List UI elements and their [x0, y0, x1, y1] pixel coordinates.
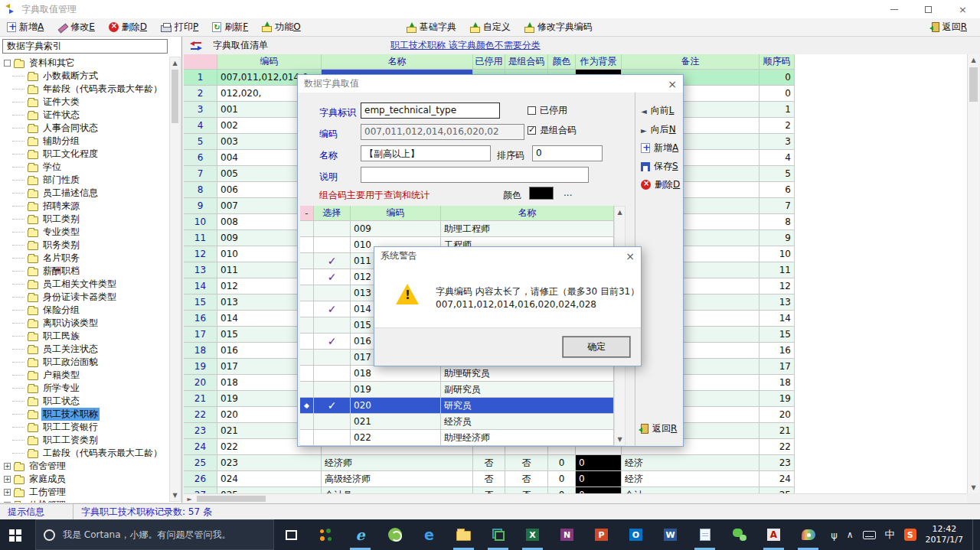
- row-number-cell[interactable]: 3: [184, 102, 217, 118]
- cell-seq[interactable]: 14: [760, 311, 795, 327]
- return-button[interactable]: 返回R: [641, 422, 677, 435]
- select-check-cell[interactable]: [314, 414, 351, 430]
- select-check-cell[interactable]: ✓: [314, 398, 351, 414]
- code-input[interactable]: 007,011,012,014,016,020,02: [361, 124, 524, 140]
- tree-item[interactable]: 保险分组: [2, 304, 168, 317]
- cell-bg[interactable]: 0: [576, 487, 622, 493]
- cell-seq[interactable]: 4: [760, 150, 795, 166]
- row-number-cell[interactable]: 1: [184, 70, 217, 86]
- color-swatch[interactable]: [529, 187, 554, 200]
- cell-code[interactable]: 025: [217, 487, 322, 493]
- cell-seq[interactable]: 21: [760, 423, 795, 439]
- cell-seq[interactable]: 17: [760, 359, 795, 375]
- cell-seq[interactable]: 20: [760, 407, 795, 423]
- tree-item[interactable]: 员工相关文件类型: [2, 278, 168, 291]
- word-icon[interactable]: W: [653, 519, 688, 550]
- tree-item[interactable]: 离职访谈类型: [2, 317, 168, 330]
- cortana-search-box[interactable]: 我是 Cortana，小娜。有问题尽管问我。: [35, 519, 274, 550]
- sort-input[interactable]: 0: [532, 145, 603, 161]
- touch-keyboard-icon[interactable]: [863, 531, 876, 539]
- cell-seq[interactable]: 15: [760, 327, 795, 343]
- cell-seq[interactable]: 13: [760, 295, 795, 311]
- code-cell[interactable]: 019: [351, 382, 441, 398]
- current-row-marker[interactable]: [300, 269, 314, 285]
- name-cell[interactable]: 研究员: [441, 398, 614, 414]
- code-cell[interactable]: 009: [351, 221, 441, 237]
- tree-item[interactable]: 名片职务: [2, 252, 168, 265]
- select-check-cell[interactable]: [314, 285, 351, 301]
- scroll-down-icon[interactable]: ▼: [615, 434, 625, 445]
- tree-item[interactable]: 职工工资类别: [2, 434, 168, 447]
- cell-code[interactable]: 023: [217, 455, 322, 471]
- save-button[interactable]: 保存S: [641, 160, 678, 173]
- current-row-marker[interactable]: [300, 285, 314, 301]
- tray-chevron-icon[interactable]: ∧: [847, 529, 854, 540]
- scroll-thumb[interactable]: [172, 70, 178, 123]
- cell-seq[interactable]: 23: [760, 455, 795, 471]
- current-row-marker[interactable]: [300, 237, 314, 253]
- row-number-cell[interactable]: 7: [184, 166, 217, 182]
- edge-icon[interactable]: e: [412, 519, 446, 550]
- select-check-cell[interactable]: [314, 366, 351, 382]
- file-explorer-icon[interactable]: [446, 519, 481, 550]
- name-cell[interactable]: 助理研究员: [441, 366, 614, 382]
- stock-app-icon[interactable]: [309, 519, 343, 550]
- cell-seq[interactable]: 0: [760, 86, 795, 102]
- cell-color[interactable]: 0: [548, 471, 576, 487]
- stopped-checkbox[interactable]: 已停用: [528, 104, 567, 117]
- desc-input[interactable]: [361, 167, 589, 183]
- cell-seq[interactable]: 10: [760, 246, 795, 262]
- cell-color[interactable]: 0: [548, 487, 576, 493]
- row-number-cell[interactable]: 23: [184, 423, 217, 439]
- cell-combo[interactable]: 否: [505, 455, 548, 471]
- tree-item[interactable]: 人事合同状态: [2, 122, 168, 135]
- current-row-marker[interactable]: [300, 414, 314, 430]
- cell-seq[interactable]: 6: [760, 182, 795, 198]
- cell-seq[interactable]: 5: [760, 166, 795, 182]
- powerpoint-icon[interactable]: P: [584, 519, 619, 550]
- name-cell[interactable]: 助理工程师: [441, 221, 614, 237]
- cell-code[interactable]: 024: [217, 471, 322, 487]
- edit-dict-code-button[interactable]: 修改字典编码: [518, 18, 599, 37]
- current-row-marker[interactable]: [300, 350, 314, 366]
- current-row-marker[interactable]: [300, 221, 314, 237]
- tree-item[interactable]: 职工政治面貌: [2, 356, 168, 369]
- paint-icon[interactable]: [791, 519, 825, 550]
- tree-item[interactable]: 身份证读卡器类型: [2, 291, 168, 304]
- cell-stopped[interactable]: 否: [473, 471, 505, 487]
- current-row-marker[interactable]: [300, 366, 314, 382]
- code-cell[interactable]: 020: [351, 398, 441, 414]
- cell-seq[interactable]: 25: [760, 487, 795, 493]
- row-number-cell[interactable]: 5: [184, 134, 217, 150]
- cell-combo[interactable]: 否: [505, 487, 548, 493]
- dict-id-input[interactable]: emp_technical_type: [361, 103, 500, 119]
- code-cell[interactable]: 022: [351, 430, 441, 446]
- scroll-up-icon[interactable]: ▲: [170, 57, 180, 69]
- tree-item[interactable]: 专业类型: [2, 226, 168, 239]
- tree-item[interactable]: 职工类别: [2, 213, 168, 226]
- select-check-cell[interactable]: [314, 350, 351, 366]
- tree-item[interactable]: 辅助分组: [2, 135, 168, 148]
- tree-item-collapsed[interactable]: +体检管理: [2, 499, 168, 503]
- delete-button[interactable]: 删除D: [102, 18, 154, 37]
- row-number-cell[interactable]: 6: [184, 150, 217, 166]
- tree-item[interactable]: 工龄段（代码表示最大工龄）: [2, 447, 168, 460]
- tree-item[interactable]: 证件大类: [2, 96, 168, 109]
- cell-seq[interactable]: 24: [760, 471, 795, 487]
- tree-item[interactable]: 职工文化程度: [2, 148, 168, 161]
- row-number-cell[interactable]: 21: [184, 391, 217, 407]
- task-view-icon[interactable]: [274, 519, 309, 550]
- expand-box[interactable]: +: [4, 502, 11, 503]
- cell-note[interactable]: 经济: [622, 471, 760, 487]
- notepad-icon[interactable]: [688, 519, 722, 550]
- prev-button[interactable]: 向前L: [641, 104, 674, 117]
- cell-note[interactable]: 会计: [622, 487, 760, 493]
- scroll-up-icon[interactable]: ▲: [615, 207, 625, 218]
- row-number-cell[interactable]: 26: [184, 471, 217, 487]
- browser-360-icon[interactable]: [377, 519, 412, 550]
- add-button[interactable]: 新增A: [0, 18, 51, 37]
- tree-item-collapsed[interactable]: +家庭成员: [2, 473, 168, 486]
- row-number-cell[interactable]: 11: [184, 230, 217, 246]
- row-number-cell[interactable]: 19: [184, 359, 217, 375]
- current-row-marker[interactable]: [300, 382, 314, 398]
